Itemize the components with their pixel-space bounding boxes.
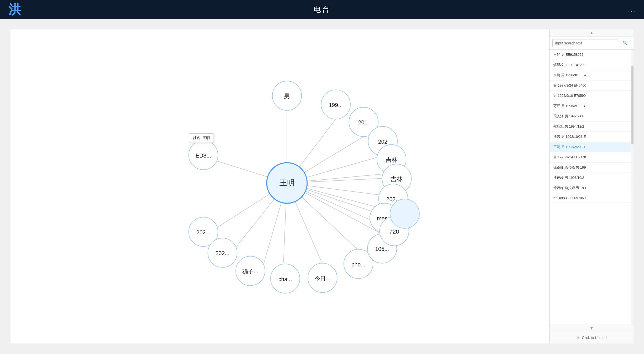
svg-text:今日...: 今日... [315,275,330,281]
graph-svg: 王明 男 199... 201. 202 吉林 吉林 262... [11,29,549,343]
search-icon: 🔍 [623,41,628,45]
list-item[interactable]: 李腾 男 1990/9/11 E4 [550,70,633,80]
svg-text:pho...: pho... [351,261,365,268]
svg-text:202: 202 [378,139,387,145]
svg-text:吉林: 吉林 [386,156,398,163]
svg-text:199...: 199... [329,102,343,108]
svg-point-54 [390,199,419,228]
list-item[interactable]: 62109833800097059 [550,193,633,203]
navbar: 洪 电台 ... [0,0,644,19]
svg-text:202...: 202... [196,229,210,235]
list-item[interactable]: 候炳旭 男 1994/12/2 [550,122,633,132]
upload-icon: ⬆ [577,336,580,340]
list-item[interactable]: 万旺 男 1996/2/11 EC [550,101,633,111]
svg-text:201.: 201. [358,119,369,125]
sidebar: ▲ 🔍 王铭 男 EE9158255解释权 20211101202李腾 男 19… [549,29,633,343]
svg-text:男: 男 [284,92,290,99]
svg-text:吉林: 吉林 [391,176,403,183]
list-item[interactable]: 徐茂峰;徐传峰 男 199 [550,163,633,173]
list-item[interactable]: 解释权 20211101202 [550,60,633,70]
search-bar: 🔍 [550,37,633,50]
svg-text:cha...: cha... [278,276,292,282]
search-button[interactable]: 🔍 [620,39,631,47]
svg-text:105...: 105... [375,246,389,252]
chevron-down-icon: ▼ [590,326,594,331]
menu-button[interactable]: ... [628,5,636,14]
list-item[interactable]: 王明 男 1993/2/20 EI [550,142,633,152]
main-container: 王明 男 199... 201. 202 吉林 吉林 262... [0,19,644,354]
list-item[interactable]: 男 1992/9/10 E70599 [550,91,633,101]
svg-text:ED8...: ED8... [196,153,211,159]
svg-text:骗子...: 骗子... [242,268,258,274]
list-item[interactable]: 关天泽 男 1992/7/06 [550,111,633,122]
graph-area: 王明 男 199... 201. 202 吉林 吉林 262... [11,29,549,343]
scroll-up-button[interactable]: ▲ [550,29,633,37]
list-item[interactable]: 男 1996/9/14 EE7170 [550,152,633,163]
upload-label: Click to Upload [582,336,606,340]
chevron-up-icon: ▲ [590,31,594,35]
app-title: 电台 [314,4,330,14]
list-container: 王铭 男 EE9158255解释权 20211101202李腾 男 1990/9… [550,50,633,325]
list-item[interactable]: 徐茂峰;迪拉姆 男 199 [550,183,633,193]
list-item[interactable]: 王铭 男 EE9158255 [550,50,633,60]
scrollbar-track [631,50,633,325]
svg-text:720: 720 [389,228,399,235]
app-logo: 洪 [8,1,21,18]
list-item[interactable]: 女 1997/3/24 EH5460 [550,80,633,91]
svg-text:202...: 202... [216,250,230,256]
scrollbar-thumb[interactable] [631,65,633,144]
scroll-down-button[interactable]: ▼ [550,325,633,332]
list-item[interactable]: 徐茂峰 男 1996/10/2 [550,173,633,183]
list-item[interactable]: 徐岩 男 1993/10/26 E [550,132,633,142]
upload-button[interactable]: ⬆ Click to Upload [550,332,633,343]
svg-text:王明: 王明 [279,179,295,187]
search-input[interactable] [552,39,618,47]
